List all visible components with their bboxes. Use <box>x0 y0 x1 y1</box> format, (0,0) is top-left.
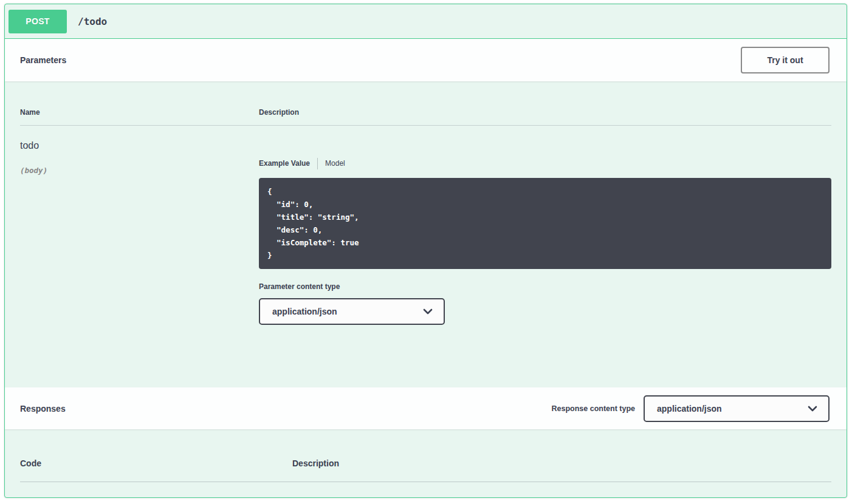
responses-title: Responses <box>20 404 66 414</box>
chevron-down-icon <box>806 403 819 415</box>
responses-body: Code Description <box>5 429 847 497</box>
parameter-name: todo <box>20 140 259 151</box>
response-content-type-label: Response content type <box>551 404 635 413</box>
parameters-table-headers: Name Description <box>20 81 831 126</box>
response-content-type-group: Response content type application/json <box>551 395 830 422</box>
parameters-title: Parameters <box>20 55 66 65</box>
example-model-tabs: Example Value Model <box>259 157 831 169</box>
opblock-post-todo: POST /todo Parameters Try it out Name De… <box>4 4 847 498</box>
parameters-section-header: Parameters Try it out <box>5 39 847 81</box>
code-column-header: Code <box>20 458 292 468</box>
parameter-row: todo (body) Example Value Model { "id": … <box>20 126 831 325</box>
name-column-header: Name <box>20 108 259 117</box>
endpoint-summary[interactable]: POST /todo <box>5 4 847 39</box>
tab-divider <box>317 158 318 169</box>
parameter-content-type-label: Parameter content type <box>259 282 831 291</box>
endpoint-path: /todo <box>78 16 107 27</box>
chevron-down-icon <box>422 305 434 318</box>
tab-model[interactable]: Model <box>325 159 345 168</box>
parameter-content-type-value: application/json <box>272 307 337 316</box>
example-json-block: { "id": 0, "title": "string", "desc": 0,… <box>259 178 831 269</box>
parameter-content-type-select[interactable]: application/json <box>259 298 445 325</box>
responses-table-headers: Code Description <box>20 429 831 482</box>
try-it-out-button[interactable]: Try it out <box>741 47 830 73</box>
description-column-header: Description <box>259 108 831 117</box>
responses-section-header: Responses Response content type applicat… <box>5 387 847 429</box>
method-badge: POST <box>9 10 67 33</box>
parameter-location: (body) <box>20 166 259 175</box>
response-content-type-select[interactable]: application/json <box>644 395 830 422</box>
parameter-description-cell: Example Value Model { "id": 0, "title": … <box>259 140 831 325</box>
parameters-body: Name Description todo (body) Example Val… <box>5 81 847 387</box>
response-description-column-header: Description <box>292 458 831 468</box>
tab-example-value[interactable]: Example Value <box>259 159 310 168</box>
response-content-type-value: application/json <box>657 404 722 414</box>
parameter-name-cell: todo (body) <box>20 140 259 325</box>
